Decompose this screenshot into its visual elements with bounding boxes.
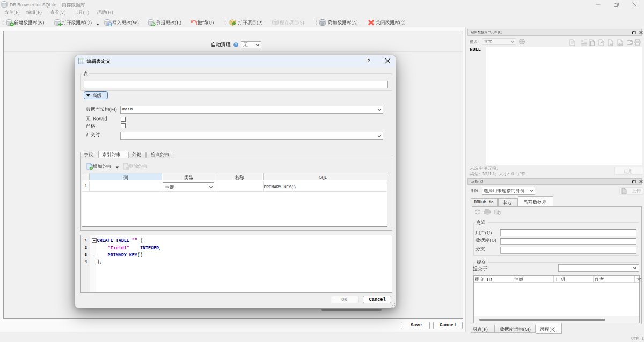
- svg-text:?: ?: [235, 43, 237, 47]
